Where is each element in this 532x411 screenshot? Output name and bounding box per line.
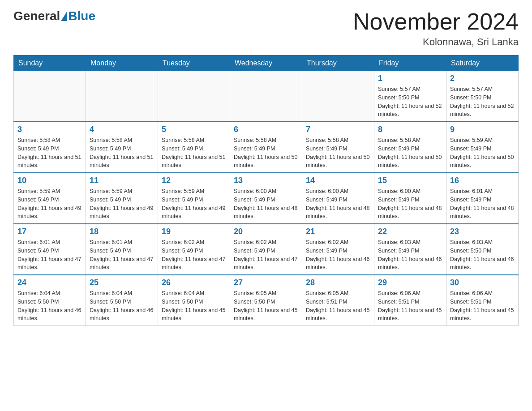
weekday-header-thursday: Thursday: [302, 56, 374, 71]
weekday-header-wednesday: Wednesday: [230, 56, 302, 71]
day-info: Sunrise: 6:02 AMSunset: 5:49 PMDaylight:…: [162, 238, 226, 272]
calendar-cell: 30Sunrise: 6:06 AMSunset: 5:51 PMDayligh…: [446, 275, 519, 326]
day-info: Sunrise: 6:01 AMSunset: 5:49 PMDaylight:…: [450, 187, 515, 221]
calendar-cell: [302, 71, 374, 122]
day-info: Sunrise: 6:04 AMSunset: 5:50 PMDaylight:…: [162, 289, 226, 323]
day-number: 8: [378, 125, 442, 134]
day-info: Sunrise: 6:02 AMSunset: 5:49 PMDaylight:…: [234, 238, 298, 272]
calendar-cell: 23Sunrise: 6:03 AMSunset: 5:50 PMDayligh…: [446, 224, 519, 275]
logo: General Blue: [13, 9, 95, 23]
logo-triangle-icon: [61, 11, 67, 21]
calendar-cell: 12Sunrise: 5:59 AMSunset: 5:49 PMDayligh…: [158, 173, 230, 224]
calendar-cell: 14Sunrise: 6:00 AMSunset: 5:49 PMDayligh…: [302, 173, 374, 224]
day-number: 5: [162, 125, 226, 134]
day-number: 17: [17, 227, 82, 236]
calendar-table: SundayMondayTuesdayWednesdayThursdayFrid…: [13, 55, 519, 326]
calendar-cell: 17Sunrise: 6:01 AMSunset: 5:49 PMDayligh…: [14, 224, 86, 275]
calendar-cell: 25Sunrise: 6:04 AMSunset: 5:50 PMDayligh…: [86, 275, 158, 326]
weekday-header-friday: Friday: [374, 56, 446, 71]
calendar-cell: [158, 71, 230, 122]
page-header: General Blue November 2024 Kolonnawa, Sr…: [13, 9, 519, 48]
day-number: 11: [90, 176, 154, 185]
weekday-header-sunday: Sunday: [14, 56, 86, 71]
day-number: 9: [450, 125, 515, 134]
day-number: 6: [234, 125, 298, 134]
day-info: Sunrise: 6:00 AMSunset: 5:49 PMDaylight:…: [234, 187, 298, 221]
calendar-cell: 4Sunrise: 5:58 AMSunset: 5:49 PMDaylight…: [86, 122, 158, 173]
day-number: 28: [306, 278, 370, 287]
day-info: Sunrise: 6:05 AMSunset: 5:50 PMDaylight:…: [234, 289, 298, 323]
weekday-header-saturday: Saturday: [446, 56, 519, 71]
day-info: Sunrise: 6:06 AMSunset: 5:51 PMDaylight:…: [378, 289, 442, 323]
day-number: 7: [306, 125, 370, 134]
day-number: 22: [378, 227, 442, 236]
calendar-header-row: SundayMondayTuesdayWednesdayThursdayFrid…: [14, 56, 519, 71]
calendar-cell: 11Sunrise: 5:59 AMSunset: 5:49 PMDayligh…: [86, 173, 158, 224]
calendar-week-row: 17Sunrise: 6:01 AMSunset: 5:49 PMDayligh…: [14, 224, 519, 275]
calendar-cell: 2Sunrise: 5:57 AMSunset: 5:50 PMDaylight…: [446, 71, 519, 122]
calendar-cell: 19Sunrise: 6:02 AMSunset: 5:49 PMDayligh…: [158, 224, 230, 275]
calendar-week-row: 1Sunrise: 5:57 AMSunset: 5:50 PMDaylight…: [14, 71, 519, 122]
logo-general-text: General: [13, 9, 60, 23]
day-number: 20: [234, 227, 298, 236]
calendar-cell: 26Sunrise: 6:04 AMSunset: 5:50 PMDayligh…: [158, 275, 230, 326]
day-number: 12: [162, 176, 226, 185]
day-info: Sunrise: 5:58 AMSunset: 5:49 PMDaylight:…: [306, 136, 370, 170]
calendar-cell: 1Sunrise: 5:57 AMSunset: 5:50 PMDaylight…: [374, 71, 446, 122]
day-info: Sunrise: 6:04 AMSunset: 5:50 PMDaylight:…: [90, 289, 154, 323]
day-info: Sunrise: 5:59 AMSunset: 5:49 PMDaylight:…: [90, 187, 154, 221]
calendar-cell: 15Sunrise: 6:00 AMSunset: 5:49 PMDayligh…: [374, 173, 446, 224]
calendar-cell: [14, 71, 86, 122]
calendar-cell: 21Sunrise: 6:02 AMSunset: 5:49 PMDayligh…: [302, 224, 374, 275]
day-info: Sunrise: 6:00 AMSunset: 5:49 PMDaylight:…: [306, 187, 370, 221]
day-info: Sunrise: 6:05 AMSunset: 5:51 PMDaylight:…: [306, 289, 370, 323]
day-number: 14: [306, 176, 370, 185]
calendar-cell: 9Sunrise: 5:59 AMSunset: 5:49 PMDaylight…: [446, 122, 519, 173]
day-number: 13: [234, 176, 298, 185]
day-info: Sunrise: 5:58 AMSunset: 5:49 PMDaylight:…: [17, 136, 82, 170]
logo-blue-text: Blue: [68, 9, 95, 23]
day-number: 29: [378, 278, 442, 287]
calendar-cell: 8Sunrise: 5:58 AMSunset: 5:49 PMDaylight…: [374, 122, 446, 173]
calendar-cell: 20Sunrise: 6:02 AMSunset: 5:49 PMDayligh…: [230, 224, 302, 275]
day-info: Sunrise: 5:59 AMSunset: 5:49 PMDaylight:…: [162, 187, 226, 221]
weekday-header-tuesday: Tuesday: [158, 56, 230, 71]
calendar-cell: 13Sunrise: 6:00 AMSunset: 5:49 PMDayligh…: [230, 173, 302, 224]
calendar-cell: 27Sunrise: 6:05 AMSunset: 5:50 PMDayligh…: [230, 275, 302, 326]
day-info: Sunrise: 6:06 AMSunset: 5:51 PMDaylight:…: [450, 289, 515, 323]
calendar-cell: 10Sunrise: 5:59 AMSunset: 5:49 PMDayligh…: [14, 173, 86, 224]
day-number: 19: [162, 227, 226, 236]
day-number: 10: [17, 176, 82, 185]
weekday-header-monday: Monday: [86, 56, 158, 71]
calendar-cell: 29Sunrise: 6:06 AMSunset: 5:51 PMDayligh…: [374, 275, 446, 326]
title-area: November 2024 Kolonnawa, Sri Lanka: [353, 9, 519, 48]
day-number: 18: [90, 227, 154, 236]
day-number: 15: [378, 176, 442, 185]
day-info: Sunrise: 5:57 AMSunset: 5:50 PMDaylight:…: [378, 85, 442, 119]
day-info: Sunrise: 6:00 AMSunset: 5:49 PMDaylight:…: [378, 187, 442, 221]
day-info: Sunrise: 6:03 AMSunset: 5:49 PMDaylight:…: [378, 238, 442, 272]
calendar-cell: 16Sunrise: 6:01 AMSunset: 5:49 PMDayligh…: [446, 173, 519, 224]
calendar-cell: 3Sunrise: 5:58 AMSunset: 5:49 PMDaylight…: [14, 122, 86, 173]
calendar-cell: [86, 71, 158, 122]
day-info: Sunrise: 5:57 AMSunset: 5:50 PMDaylight:…: [450, 85, 515, 119]
day-number: 4: [90, 125, 154, 134]
day-info: Sunrise: 5:58 AMSunset: 5:49 PMDaylight:…: [162, 136, 226, 170]
calendar-cell: 6Sunrise: 5:58 AMSunset: 5:49 PMDaylight…: [230, 122, 302, 173]
day-number: 21: [306, 227, 370, 236]
calendar-cell: 28Sunrise: 6:05 AMSunset: 5:51 PMDayligh…: [302, 275, 374, 326]
calendar-cell: 18Sunrise: 6:01 AMSunset: 5:49 PMDayligh…: [86, 224, 158, 275]
day-info: Sunrise: 6:02 AMSunset: 5:49 PMDaylight:…: [306, 238, 370, 272]
day-number: 2: [450, 74, 515, 83]
day-info: Sunrise: 5:58 AMSunset: 5:49 PMDaylight:…: [90, 136, 154, 170]
day-info: Sunrise: 5:59 AMSunset: 5:49 PMDaylight:…: [17, 187, 82, 221]
day-number: 24: [17, 278, 82, 287]
day-info: Sunrise: 6:01 AMSunset: 5:49 PMDaylight:…: [90, 238, 154, 272]
calendar-cell: 24Sunrise: 6:04 AMSunset: 5:50 PMDayligh…: [14, 275, 86, 326]
day-info: Sunrise: 5:59 AMSunset: 5:49 PMDaylight:…: [450, 136, 515, 170]
calendar-cell: 5Sunrise: 5:58 AMSunset: 5:49 PMDaylight…: [158, 122, 230, 173]
calendar-cell: [230, 71, 302, 122]
day-number: 3: [17, 125, 82, 134]
day-info: Sunrise: 5:58 AMSunset: 5:49 PMDaylight:…: [234, 136, 298, 170]
day-info: Sunrise: 6:03 AMSunset: 5:50 PMDaylight:…: [450, 238, 515, 272]
